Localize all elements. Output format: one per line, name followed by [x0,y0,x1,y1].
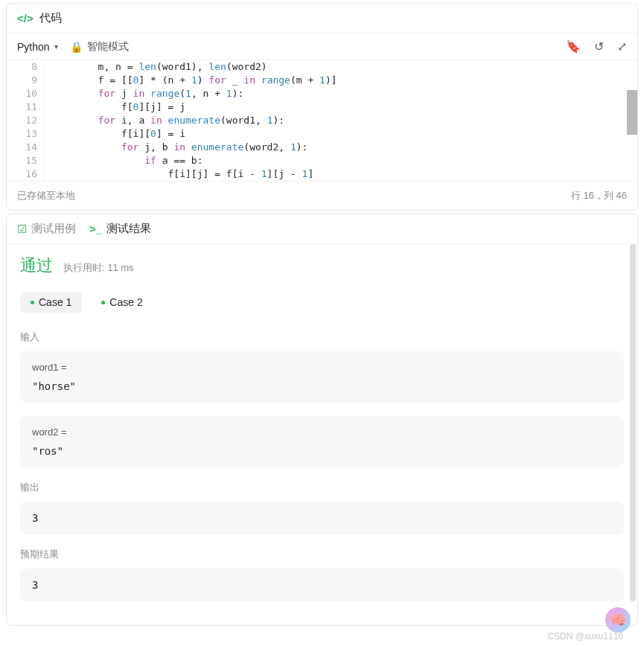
pass-row: 通过 执行用时: 11 ms [20,255,624,277]
code-title: 代码 [39,11,62,25]
status-dot-icon [101,301,105,304]
case-tabs: Case 1 Case 2 [20,292,624,313]
code-line[interactable]: f = [[0] * (n + 1) for _ in range(m + 1)… [51,74,637,87]
status-dot-icon [31,301,34,304]
tab-cases-label: 测试用例 [31,222,76,236]
line-number: 15 [7,154,37,167]
terminal-icon: >_ [89,223,102,235]
case-tab-2[interactable]: Case 2 [91,292,153,313]
results-panel: ☑ 测试用例 >_ 测试结果 通过 执行用时: 11 ms Case 1 Cas… [6,214,638,626]
code-line[interactable]: for i, a in enumerate(word1, 1): [51,114,637,127]
chevron-down-icon: ▾ [54,42,58,51]
tab-test-cases[interactable]: ☑ 测试用例 [17,222,76,236]
assistant-button[interactable]: 🧠 [605,607,631,629]
check-icon: ☑ [17,223,27,236]
line-gutter: 8910111213141516 [7,60,44,181]
case-1-label: Case 1 [39,296,71,308]
case-tab-1[interactable]: Case 1 [20,292,82,313]
results-tabs-row: ☑ 测试用例 >_ 测试结果 [7,214,637,244]
word2-value: "ros" [32,445,612,457]
input-word1-box: word1 = "horse" [20,351,624,403]
code-line[interactable]: m, n = len(word1), len(word2) [51,60,637,74]
language-label: Python [17,41,50,53]
line-number: 8 [7,60,37,74]
expected-value: 3 [32,579,612,591]
line-number: 11 [7,100,37,114]
line-number: 10 [7,87,37,100]
toolbar-left: Python ▾ 🔒 智能模式 [17,40,129,54]
code-line[interactable]: f[0][j] = j [51,100,637,114]
saved-status: 已存储至本地 [17,189,75,202]
word1-label: word1 = [32,362,612,373]
input-word2-box: word2 = "ros" [20,416,624,467]
input-section-label: 输入 [20,330,624,344]
cursor-position: 行 16，列 46 [571,189,627,202]
expected-section-label: 预期结果 [20,548,624,561]
code-line[interactable]: if a == b: [51,154,637,167]
code-header: </> 代码 [7,4,637,33]
output-box: 3 [20,502,624,534]
undo-icon[interactable]: ↺ [594,39,604,54]
code-icon: </> [17,12,34,25]
code-line[interactable]: for j in range(1, n + 1): [51,87,637,100]
expand-icon[interactable]: ⤢ [617,39,627,54]
tab-test-results[interactable]: >_ 测试结果 [89,222,151,236]
mode-label: 智能模式 [87,40,129,54]
case-2-label: Case 2 [109,296,142,308]
line-number: 12 [7,114,37,127]
language-select[interactable]: Python ▾ [17,41,58,53]
line-number: 14 [7,141,37,154]
toolbar-right: 🔖 ↺ ⤢ [566,39,627,54]
status-bar: 已存储至本地 行 16，列 46 [7,181,637,210]
code-line[interactable]: f[i][j] = f[i - 1][j - 1] [51,167,637,181]
line-number: 16 [7,167,37,181]
line-number: 9 [7,74,37,87]
runtime-label: 执行用时: 11 ms [63,261,134,275]
line-number: 13 [7,127,37,141]
code-editor[interactable]: 8910111213141516 m, n = len(word1), len(… [7,60,637,181]
tab-results-label: 测试结果 [106,222,151,236]
lock-icon: 🔒 [70,41,83,53]
expected-box: 3 [20,569,624,601]
output-section-label: 输出 [20,481,624,494]
code-line[interactable]: f[i][0] = i [51,127,637,141]
mode-indicator[interactable]: 🔒 智能模式 [70,40,129,54]
word2-label: word2 = [32,426,612,438]
code-area[interactable]: m, n = len(word1), len(word2) f = [[0] *… [44,60,637,181]
scrollbar-indicator[interactable] [627,90,637,135]
code-toolbar: Python ▾ 🔒 智能模式 🔖 ↺ ⤢ [7,33,637,60]
bookmark-icon[interactable]: 🔖 [566,39,581,54]
result-body: 通过 执行用时: 11 ms Case 1 Case 2 输入 word1 = … [7,244,637,625]
code-panel: </> 代码 Python ▾ 🔒 智能模式 🔖 ↺ ⤢ 89101112131… [6,3,638,211]
code-line[interactable]: for j, b in enumerate(word2, 1): [51,141,637,154]
output-value: 3 [32,512,612,524]
results-scrollbar[interactable] [630,244,636,601]
word1-value: "horse" [32,380,612,392]
pass-label: 通过 [20,255,53,277]
